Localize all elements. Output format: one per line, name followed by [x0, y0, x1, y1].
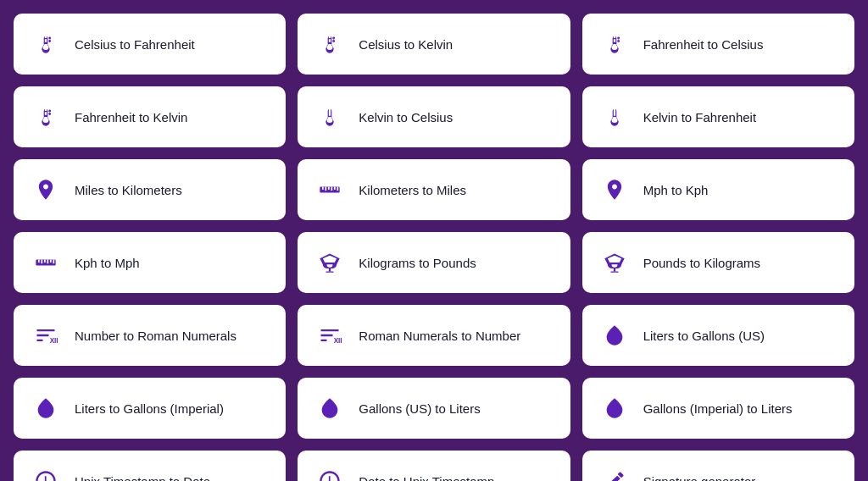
thermometer-high-icon — [31, 102, 61, 132]
svg-text:XII: XII — [334, 337, 342, 345]
card-label-liters-to-gallons-us: Liters to Gallons (US) — [643, 329, 765, 343]
card-label-kilometers-to-miles: Kilometers to Miles — [359, 183, 466, 197]
svg-point-2 — [333, 37, 336, 40]
svg-rect-23 — [326, 272, 334, 273]
svg-point-7 — [48, 113, 51, 115]
card-miles-to-kilometers[interactable]: Miles to Kilometers — [14, 159, 286, 220]
svg-text:XII: XII — [50, 337, 58, 345]
card-kelvin-to-fahrenheit[interactable]: Kelvin to Fahrenheit — [582, 86, 854, 147]
card-mph-to-kph[interactable]: Mph to Kph — [582, 159, 854, 220]
drop-icon — [599, 320, 630, 351]
card-celsius-to-fahrenheit[interactable]: Celsius to Fahrenheit — [14, 14, 286, 75]
card-kph-to-mph[interactable]: Kph to Mph — [14, 232, 286, 293]
svg-rect-22 — [329, 268, 331, 272]
card-label-kelvin-to-fahrenheit: Kelvin to Fahrenheit — [643, 110, 756, 124]
svg-point-4 — [617, 37, 620, 40]
card-pounds-to-kilograms[interactable]: Pounds to Kilograms — [582, 232, 854, 293]
card-celsius-to-kelvin[interactable]: Celsius to Kelvin — [298, 14, 570, 75]
thermometer-high-icon — [31, 29, 61, 59]
card-gallons-us-to-liters[interactable]: Gallons (US) to Liters — [298, 378, 570, 439]
card-label-miles-to-kilometers: Miles to Kilometers — [75, 183, 182, 197]
card-kelvin-to-celsius[interactable]: Kelvin to Celsius — [298, 86, 570, 147]
clock-icon — [31, 466, 61, 481]
card-label-date-to-unix: Date to Unix Timestamp — [359, 474, 494, 482]
card-fahrenheit-to-celsius[interactable]: Fahrenheit to Celsius — [582, 14, 854, 75]
card-label-kelvin-to-celsius: Kelvin to Celsius — [359, 110, 453, 124]
drop-icon — [31, 393, 61, 423]
card-label-gallons-imperial-to-liters: Gallons (Imperial) to Liters — [643, 401, 793, 416]
card-fahrenheit-to-kelvin[interactable]: Fahrenheit to Kelvin — [14, 86, 286, 147]
ruler-icon — [31, 247, 61, 278]
card-number-to-roman[interactable]: XII Number to Roman Numerals — [14, 305, 286, 366]
card-label-unix-to-date: Unix Timestamp to Date — [75, 474, 210, 482]
sort-numeric-icon: XII — [31, 320, 61, 351]
card-label-celsius-to-fahrenheit: Celsius to Fahrenheit — [75, 37, 195, 52]
card-label-pounds-to-kilograms: Pounds to Kilograms — [643, 256, 760, 270]
svg-point-1 — [48, 40, 51, 42]
card-roman-to-number[interactable]: XII Roman Numerals to Number — [298, 305, 570, 366]
svg-point-3 — [333, 40, 336, 42]
drop-icon — [314, 393, 345, 423]
scale-icon — [599, 247, 630, 278]
road-icon — [31, 174, 61, 205]
card-label-gallons-us-to-liters: Gallons (US) to Liters — [359, 401, 480, 416]
drop-icon — [599, 393, 630, 423]
scale-icon — [314, 247, 345, 278]
svg-rect-25 — [610, 272, 618, 273]
thermometer-low-icon — [314, 102, 345, 132]
card-label-celsius-to-kelvin: Celsius to Kelvin — [359, 37, 453, 52]
svg-rect-24 — [613, 268, 615, 272]
sort-numeric-icon: XII — [314, 320, 345, 351]
card-label-kilograms-to-pounds: Kilograms to Pounds — [359, 256, 476, 270]
ruler-icon — [314, 174, 345, 205]
card-gallons-imperial-to-liters[interactable]: Gallons (Imperial) to Liters — [582, 378, 854, 439]
clock-icon — [314, 466, 345, 481]
svg-point-5 — [617, 40, 620, 42]
svg-point-0 — [48, 37, 51, 40]
thermometer-high-icon — [599, 29, 630, 59]
converter-grid: Celsius to Fahrenheit Celsius to Kelvin … — [14, 14, 854, 481]
card-label-signature-generator: Signature generator — [643, 474, 756, 482]
card-label-number-to-roman: Number to Roman Numerals — [75, 329, 236, 343]
card-label-liters-to-gallons-imperial: Liters to Gallons (Imperial) — [75, 401, 224, 416]
card-label-roman-to-number: Roman Numerals to Number — [359, 329, 520, 343]
card-kilograms-to-pounds[interactable]: Kilograms to Pounds — [298, 232, 570, 293]
card-label-mph-to-kph: Mph to Kph — [643, 183, 709, 197]
thermometer-low-icon — [599, 102, 630, 132]
card-date-to-unix[interactable]: Date to Unix Timestamp — [298, 451, 570, 481]
card-liters-to-gallons-imperial[interactable]: Liters to Gallons (Imperial) — [14, 378, 286, 439]
card-liters-to-gallons-us[interactable]: Liters to Gallons (US) — [582, 305, 854, 366]
signature-icon — [599, 466, 630, 481]
thermometer-high-icon — [314, 29, 345, 59]
svg-point-6 — [48, 110, 51, 113]
card-label-fahrenheit-to-celsius: Fahrenheit to Celsius — [643, 37, 764, 52]
card-label-fahrenheit-to-kelvin: Fahrenheit to Kelvin — [75, 110, 187, 124]
card-unix-to-date[interactable]: Unix Timestamp to Date — [14, 451, 286, 481]
card-kilometers-to-miles[interactable]: Kilometers to Miles — [298, 159, 570, 220]
card-label-kph-to-mph: Kph to Mph — [75, 256, 140, 270]
card-signature-generator[interactable]: Signature generator — [582, 451, 854, 481]
road-icon — [599, 174, 630, 205]
